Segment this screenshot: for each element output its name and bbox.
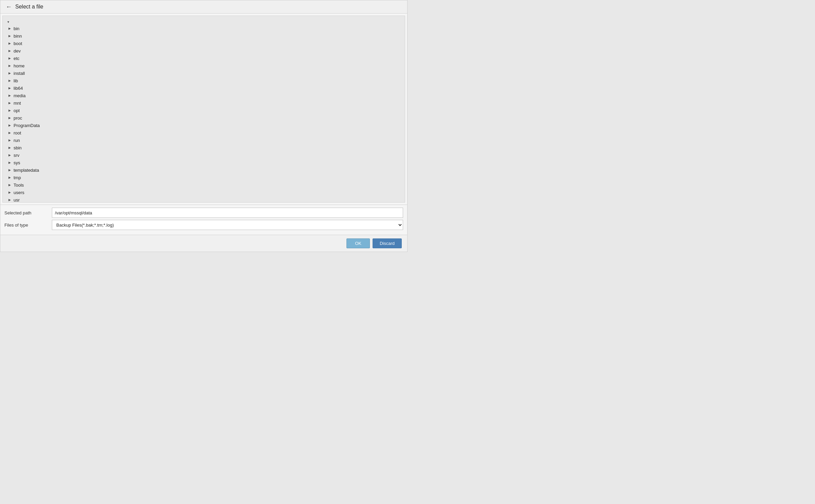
tree-item[interactable]: sys [3, 159, 405, 166]
dialog-header: ← Select a file [0, 0, 407, 14]
item-label: ProgramData [14, 123, 40, 128]
item-label: lib [14, 78, 18, 83]
tree-item[interactable]: usr [3, 196, 405, 203]
tree-item[interactable]: opt [3, 107, 405, 114]
item-chevron-icon [7, 123, 12, 128]
tree-item[interactable]: etc [3, 55, 405, 62]
selected-path-input[interactable] [52, 208, 403, 218]
tree-item[interactable]: users [3, 189, 405, 196]
item-label: install [14, 71, 25, 76]
item-label: home [14, 63, 25, 68]
root-chevron-icon [7, 20, 10, 24]
item-chevron-icon [7, 138, 12, 143]
tree-root-node[interactable] [3, 18, 405, 25]
item-label: tmp [14, 175, 21, 180]
files-of-type-row: Files of type Backup Files(*.bak;*.trn;*… [4, 220, 403, 230]
tree-item[interactable]: binn [3, 32, 405, 40]
item-chevron-icon [7, 70, 12, 76]
item-label: templatedata [14, 168, 39, 173]
item-label: dev [14, 48, 21, 54]
item-chevron-icon [7, 130, 12, 135]
file-tree-container[interactable]: bin binn boot dev etc home install lib l… [2, 16, 405, 203]
tree-items-list: bin binn boot dev etc home install lib l… [3, 25, 405, 203]
tree-item[interactable]: proc [3, 114, 405, 122]
item-chevron-icon [7, 48, 12, 54]
item-chevron-icon [7, 190, 12, 195]
tree-root: bin binn boot dev etc home install lib l… [3, 16, 405, 203]
item-label: sys [14, 160, 20, 165]
item-chevron-icon [7, 78, 12, 83]
selected-path-row: Selected path [4, 208, 403, 218]
item-label: root [14, 130, 21, 135]
tree-item[interactable]: sbin [3, 144, 405, 151]
back-button[interactable]: ← [6, 4, 12, 10]
files-of-type-select[interactable]: Backup Files(*.bak;*.trn;*.log)All Files… [52, 220, 403, 230]
item-chevron-icon [7, 182, 12, 188]
tree-item[interactable]: bin [3, 25, 405, 32]
ok-button[interactable]: OK [346, 238, 370, 248]
discard-button[interactable]: Discard [373, 238, 402, 248]
bottom-section: Selected path Files of type Backup Files… [0, 205, 407, 235]
item-label: etc [14, 56, 19, 61]
item-chevron-icon [7, 115, 12, 121]
item-label: boot [14, 41, 22, 46]
item-label: Tools [14, 183, 24, 188]
tree-item[interactable]: mnt [3, 99, 405, 107]
tree-item[interactable]: srv [3, 151, 405, 159]
item-chevron-icon [7, 175, 12, 180]
item-label: srv [14, 153, 19, 158]
item-chevron-icon [7, 100, 12, 106]
item-label: mnt [14, 101, 21, 106]
tree-item[interactable]: dev [3, 47, 405, 55]
item-chevron-icon [7, 93, 12, 98]
item-chevron-icon [7, 56, 12, 61]
tree-item[interactable]: install [3, 69, 405, 77]
item-label: run [14, 138, 20, 143]
item-chevron-icon [7, 26, 12, 31]
item-chevron-icon [7, 85, 12, 91]
tree-item[interactable]: ProgramData [3, 122, 405, 129]
tree-item[interactable]: root [3, 129, 405, 136]
item-chevron-icon [7, 167, 12, 173]
item-label: opt [14, 108, 20, 113]
selected-path-label: Selected path [4, 210, 52, 215]
tree-item[interactable]: Tools [3, 181, 405, 189]
dialog-title: Select a file [15, 4, 43, 10]
item-label: media [14, 93, 25, 98]
files-of-type-label: Files of type [4, 223, 52, 228]
tree-item[interactable]: lib [3, 77, 405, 84]
item-chevron-icon [7, 33, 12, 39]
tree-item[interactable]: lib64 [3, 84, 405, 92]
tree-item[interactable]: run [3, 136, 405, 144]
tree-item[interactable]: templatedata [3, 166, 405, 174]
item-label: bin [14, 26, 19, 31]
footer-buttons: OK Discard [0, 235, 407, 252]
select-file-dialog: ← Select a file bin binn boot dev etc [0, 0, 408, 252]
tree-item[interactable]: home [3, 62, 405, 69]
item-chevron-icon [7, 108, 12, 113]
tree-item[interactable]: tmp [3, 174, 405, 181]
item-label: users [14, 190, 24, 195]
item-chevron-icon [7, 41, 12, 46]
item-label: binn [14, 34, 22, 39]
item-label: usr [14, 197, 20, 203]
item-chevron-icon [7, 160, 12, 165]
item-label: sbin [14, 145, 22, 150]
item-chevron-icon [7, 152, 12, 158]
item-chevron-icon [7, 145, 12, 150]
tree-item[interactable]: media [3, 92, 405, 99]
item-label: lib64 [14, 86, 23, 91]
item-chevron-icon [7, 197, 12, 203]
tree-item[interactable]: boot [3, 40, 405, 47]
item-label: proc [14, 115, 22, 121]
item-chevron-icon [7, 63, 12, 68]
